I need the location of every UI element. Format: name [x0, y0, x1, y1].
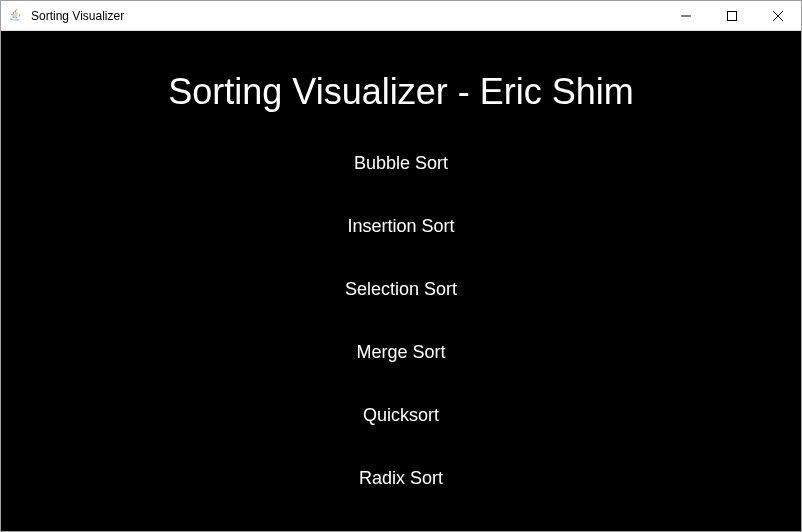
window-title: Sorting Visualizer — [31, 9, 663, 23]
svg-rect-1 — [728, 11, 737, 20]
close-icon — [773, 11, 783, 21]
app-content: Sorting Visualizer - Eric Shim Bubble So… — [1, 31, 801, 531]
window-controls — [663, 1, 801, 30]
java-app-icon — [9, 8, 25, 24]
window-titlebar: Sorting Visualizer — [1, 1, 801, 31]
maximize-button[interactable] — [709, 1, 755, 30]
maximize-icon — [727, 11, 737, 21]
bubble-sort-option[interactable]: Bubble Sort — [354, 153, 448, 174]
minimize-button[interactable] — [663, 1, 709, 30]
close-button[interactable] — [755, 1, 801, 30]
insertion-sort-option[interactable]: Insertion Sort — [347, 216, 454, 237]
radix-sort-option[interactable]: Radix Sort — [359, 468, 443, 489]
selection-sort-option[interactable]: Selection Sort — [345, 279, 457, 300]
quicksort-option[interactable]: Quicksort — [363, 405, 439, 426]
main-heading: Sorting Visualizer - Eric Shim — [168, 71, 634, 113]
merge-sort-option[interactable]: Merge Sort — [356, 342, 445, 363]
minimize-icon — [681, 11, 691, 21]
